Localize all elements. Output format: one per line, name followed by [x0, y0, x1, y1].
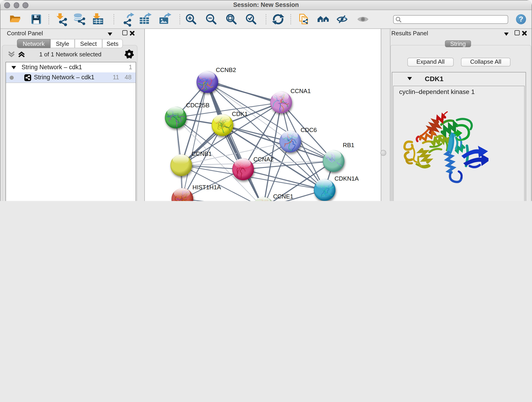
- svg-text:CCNA2: CCNA2: [253, 156, 273, 163]
- svg-text:CCNE1: CCNE1: [273, 193, 293, 200]
- svg-text:CDK1: CDK1: [232, 110, 248, 117]
- svg-text:RB1: RB1: [343, 142, 355, 148]
- svg-text:CCNB2: CCNB2: [216, 66, 236, 73]
- svg-text:CDC6: CDC6: [301, 127, 317, 133]
- svg-text:HIST1H1A: HIST1H1A: [192, 184, 221, 191]
- svg-text:CDKN1A: CDKN1A: [335, 175, 359, 182]
- svg-text:CCNA1: CCNA1: [291, 88, 311, 95]
- svg-text:CDC25B: CDC25B: [186, 102, 210, 109]
- svg-text:CCNB1: CCNB1: [191, 150, 212, 157]
